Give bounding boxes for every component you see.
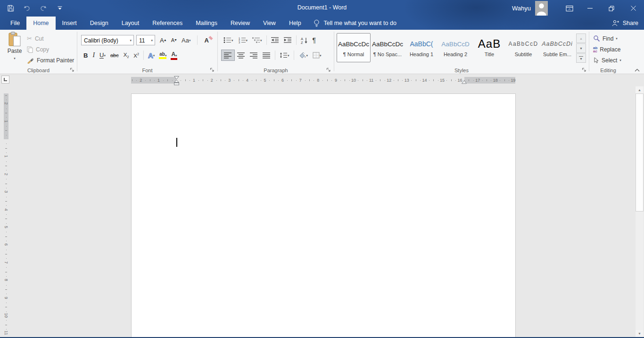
select-button[interactable]: Select ▾ — [593, 55, 621, 65]
clear-formatting-button[interactable]: A — [202, 34, 211, 46]
increase-indent-button[interactable] — [281, 34, 294, 46]
tab-view[interactable]: View — [256, 17, 282, 30]
justify-button[interactable] — [260, 50, 273, 61]
replace-button[interactable]: ab ac Replace — [593, 44, 620, 54]
clipboard-group-label: Clipboard — [0, 68, 77, 73]
borders-button[interactable]: ▾ — [310, 50, 324, 61]
styles-scroll-up-button[interactable]: ▲ — [576, 34, 586, 43]
format-painter-button[interactable]: Format Painter — [27, 55, 74, 65]
svg-text:Z: Z — [301, 40, 303, 44]
scroll-up-button[interactable]: ▲ — [636, 86, 644, 93]
align-right-button[interactable] — [248, 50, 260, 61]
right-indent-marker[interactable] — [462, 80, 467, 84]
hanging-indent-marker[interactable] — [174, 80, 179, 85]
strikethrough-button[interactable]: abc — [108, 50, 121, 61]
multilevel-list-button[interactable]: ▾ — [250, 34, 264, 46]
font-group-label: Font — [77, 68, 217, 73]
titlebar: Document1 - Word Wahyu — [0, 0, 644, 17]
shrink-font-button[interactable]: A▼ — [169, 34, 177, 46]
paste-label: Paste — [4, 48, 25, 54]
numbering-button[interactable]: 123 ▾ — [236, 34, 250, 46]
copy-button[interactable]: Copy — [27, 44, 49, 54]
title-chrome: Document1 - Word Wahyu File — [0, 0, 644, 30]
tab-stop-l-icon — [3, 77, 8, 82]
sort-button[interactable]: AZ — [298, 34, 310, 46]
tab-insert[interactable]: Insert — [56, 17, 83, 30]
first-line-indent-marker[interactable] — [174, 76, 179, 80]
font-dialog-launcher[interactable] — [209, 67, 215, 73]
style-title[interactable]: AaB Title — [472, 33, 506, 62]
tab-layout[interactable]: Layout — [115, 17, 146, 30]
style-no-spacing[interactable]: AaBbCcDc ¶ No Spac... — [371, 33, 405, 62]
style-subtitle[interactable]: AaBbCcD Subtitle — [506, 33, 540, 62]
tab-mailings[interactable]: Mailings — [189, 17, 224, 30]
tell-me-label: Tell me what you want to do — [324, 20, 396, 26]
replace-label: Replace — [600, 46, 620, 53]
close-button[interactable] — [622, 0, 644, 17]
numbering-icon: 123 — [238, 37, 246, 43]
collapse-ribbon-button[interactable] — [633, 67, 641, 73]
tab-selector[interactable] — [1, 76, 9, 84]
tab-file[interactable]: File — [4, 17, 26, 30]
style-heading2[interactable]: AaBbCcD Heading 2 — [438, 33, 472, 62]
tab-help[interactable]: Help — [282, 17, 308, 30]
divider — [143, 51, 144, 60]
change-case-button[interactable]: Aa▾ — [179, 34, 193, 46]
shading-bucket-icon — [298, 52, 306, 59]
document-page[interactable] — [131, 93, 516, 338]
tab-review[interactable]: Review — [224, 17, 256, 30]
underline-button[interactable]: U▾ — [97, 50, 108, 61]
find-button[interactable]: Find ▾ — [593, 34, 618, 43]
vertical-ruler[interactable]: 211234567891011 — [4, 93, 8, 337]
restore-button[interactable] — [601, 0, 622, 17]
avatar[interactable] — [535, 1, 548, 16]
paste-button[interactable]: Paste ▾ — [4, 32, 25, 67]
grow-font-button[interactable]: A▲ — [157, 34, 166, 46]
show-hide-pilcrow-button[interactable]: ¶ — [310, 34, 319, 46]
styles-dialog-launcher[interactable] — [581, 67, 587, 73]
styles-scroll-down-button[interactable]: ▼ — [576, 43, 586, 53]
shading-button[interactable]: ▾ — [296, 50, 311, 61]
titlebar-right: Wahyu — [512, 0, 644, 17]
style-heading1[interactable]: AaBbC( Heading 1 — [405, 33, 438, 62]
text-highlight-button[interactable]: ab▾ — [157, 50, 169, 61]
bold-button[interactable]: B — [81, 50, 90, 61]
account-name[interactable]: Wahyu — [512, 5, 531, 12]
group-paragraph: ▾ 123 ▾ ▾ AZ ¶ — [218, 30, 334, 74]
multilevel-list-icon — [252, 37, 260, 43]
copy-icon — [27, 46, 33, 53]
cut-button[interactable]: ✂ Cut — [27, 34, 44, 43]
bullets-button[interactable]: ▾ — [221, 34, 236, 46]
styles-more-button[interactable]: ▼ — [576, 53, 586, 63]
horizontal-ruler[interactable]: 2112345678910111213141516171819 — [131, 76, 515, 86]
align-center-button[interactable] — [235, 50, 248, 61]
style-normal[interactable]: AaBbCcDc ¶ Normal — [337, 33, 371, 62]
paragraph-dialog-launcher[interactable] — [326, 67, 331, 73]
format-painter-label: Format Painter — [37, 57, 74, 64]
font-name-combobox[interactable]: Calibri (Body) ▾ — [81, 35, 134, 45]
font-size-combobox[interactable]: 11 ▾ — [136, 35, 155, 45]
clipboard-dialog-launcher[interactable] — [69, 67, 75, 73]
tell-me-box[interactable]: Tell me what you want to do — [314, 17, 396, 30]
ribbon-display-options-icon[interactable] — [560, 0, 579, 17]
tab-design[interactable]: Design — [83, 17, 115, 30]
minimize-button[interactable] — [579, 0, 601, 17]
vertical-scrollbar[interactable]: ▲ ▼ — [636, 86, 644, 337]
borders-icon — [313, 52, 320, 59]
paste-dropdown-icon[interactable]: ▾ — [14, 57, 16, 60]
tab-home[interactable]: Home — [26, 17, 55, 30]
tab-references[interactable]: References — [146, 17, 189, 30]
style-subtle-emphasis[interactable]: AaBbCcDi Subtle Em... — [540, 33, 574, 62]
divider — [275, 51, 275, 60]
scroll-down-button[interactable]: ▼ — [636, 330, 644, 337]
line-spacing-button[interactable]: ▾ — [277, 50, 292, 61]
decrease-indent-button[interactable] — [269, 34, 281, 46]
font-color-button[interactable]: A▾ — [169, 50, 179, 61]
share-button[interactable]: Share — [611, 17, 638, 30]
subscript-button[interactable]: X2 — [121, 50, 132, 61]
align-left-button[interactable] — [221, 50, 235, 61]
superscript-button[interactable]: X2 — [131, 50, 141, 61]
italic-button[interactable]: I — [90, 50, 97, 61]
text-effects-button[interactable]: A▾ — [146, 50, 157, 61]
scrollbar-thumb[interactable] — [636, 93, 644, 211]
